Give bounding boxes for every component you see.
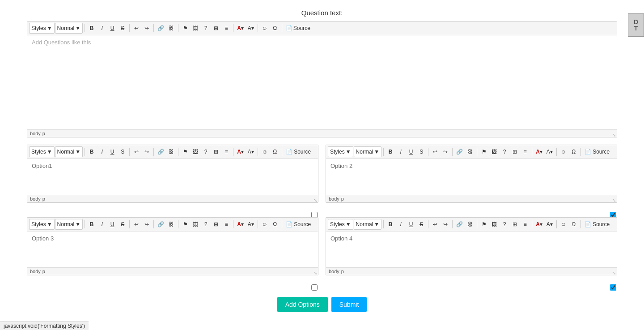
option-4-format[interactable]: Normal▼ [354,219,382,230]
opt3-link[interactable]: 🔗 [156,219,166,229]
opt4-link[interactable]: 🔗 [454,219,465,229]
opt4-bold[interactable]: B [386,219,395,229]
opt1-strike[interactable]: S [118,147,127,157]
opt2-italic[interactable]: I [396,147,406,157]
opt2-textcolor[interactable]: A▾ [534,147,544,157]
opt4-unlink[interactable]: ⛓ [465,219,475,229]
opt1-italic[interactable]: I [97,147,107,157]
option-1-styles[interactable]: Styles▼ [29,146,55,157]
opt2-table[interactable]: ⊞ [510,147,520,157]
opt1-unlink[interactable]: ⛓ [166,147,176,157]
opt1-resize[interactable]: ⤡ [314,198,318,202]
option-2-format[interactable]: Normal▼ [354,146,382,157]
strikethrough-button[interactable]: S [118,23,127,33]
opt2-source[interactable]: 📄 Source [583,147,611,157]
opt2-flag[interactable]: ⚑ [479,147,489,157]
opt2-omega[interactable]: Ω [569,147,579,157]
option-4-body[interactable]: Option 4 [326,231,617,267]
opt4-textcolor[interactable]: A▾ [534,219,544,229]
italic-button[interactable]: I [97,23,107,33]
undo-button[interactable]: ↩ [131,23,141,33]
opt3-image[interactable]: 🖼 [191,219,200,229]
option-4-styles[interactable]: Styles▼ [328,219,353,230]
source-button[interactable]: 📄 Source [284,23,312,33]
opt1-source[interactable]: 📄 Source [284,147,313,157]
option-1-body[interactable]: Option1 [27,159,318,195]
opt3-underline[interactable]: U [107,219,117,229]
opt4-source[interactable]: 📄 Source [583,219,611,229]
submit-button[interactable]: Submit [331,297,367,312]
opt4-italic[interactable]: I [396,219,406,229]
option-1-format[interactable]: Normal▼ [55,146,83,157]
opt2-bold[interactable]: B [386,147,395,157]
opt1-underline[interactable]: U [107,147,117,157]
opt4-redo[interactable]: ↪ [441,219,450,229]
opt2-help[interactable]: ? [500,147,509,157]
opt3-help[interactable]: ? [201,219,211,229]
opt1-table[interactable]: ⊞ [211,147,221,157]
opt4-underline[interactable]: U [406,219,416,229]
opt1-link[interactable]: 🔗 [156,147,166,157]
text-color-button[interactable]: A▾ [235,23,246,33]
opt3-flag[interactable]: ⚑ [180,219,190,229]
align-button[interactable]: ≡ [221,23,231,33]
unlink-button[interactable]: ⛓ [166,23,176,33]
option-3-body[interactable]: Option 3 [27,231,318,267]
help-button[interactable]: ? [201,23,211,33]
omega-button[interactable]: Ω [270,23,280,33]
option-3-format[interactable]: Normal▼ [55,219,83,230]
opt4-undo[interactable]: ↩ [430,219,440,229]
opt3-omega[interactable]: Ω [270,219,280,229]
option-2-body[interactable]: Option 2 [326,159,617,195]
opt3-bold[interactable]: B [87,219,97,229]
table-button[interactable]: ⊞ [211,23,221,33]
opt4-image[interactable]: 🖼 [489,219,499,229]
opt3-unlink[interactable]: ⛓ [166,219,176,229]
opt3-emoji[interactable]: ☺ [260,219,270,229]
opt2-link[interactable]: 🔗 [454,147,465,157]
opt3-table[interactable]: ⊞ [211,219,221,229]
opt3-strike[interactable]: S [118,219,127,229]
opt1-omega[interactable]: Ω [270,147,280,157]
opt4-flag[interactable]: ⚑ [479,219,489,229]
option-3-styles[interactable]: Styles▼ [29,219,55,230]
styles-dropdown[interactable]: Styles ▼ [29,23,55,34]
opt2-fontcolor[interactable]: A▾ [545,147,555,157]
opt3-undo[interactable]: ↩ [131,219,141,229]
opt3-italic[interactable]: I [97,219,107,229]
opt2-redo[interactable]: ↪ [441,147,450,157]
flag-button[interactable]: ⚑ [180,23,190,33]
opt4-fontcolor[interactable]: A▾ [545,219,555,229]
redo-button[interactable]: ↪ [142,23,152,33]
opt1-fontcolor[interactable]: A▾ [246,147,256,157]
opt4-help[interactable]: ? [500,219,509,229]
opt4-align[interactable]: ≡ [520,219,530,229]
opt4-omega[interactable]: Ω [569,219,579,229]
underline-button[interactable]: U [107,23,117,33]
opt4-resize[interactable]: ⤡ [612,270,617,275]
opt2-resize[interactable]: ⤡ [612,198,617,202]
question-editor-body[interactable]: Add Questions like this [27,35,617,129]
opt1-redo[interactable]: ↪ [142,147,152,157]
font-color-button[interactable]: A▾ [246,23,256,33]
opt4-strike[interactable]: S [416,219,426,229]
opt1-bold[interactable]: B [87,147,97,157]
opt1-emoji[interactable]: ☺ [260,147,270,157]
emoji-button[interactable]: ☺ [260,23,270,33]
opt1-align[interactable]: ≡ [221,147,231,157]
opt1-flag[interactable]: ⚑ [180,147,190,157]
opt1-image[interactable]: 🖼 [191,147,200,157]
opt2-emoji[interactable]: ☺ [559,147,568,157]
opt2-strike[interactable]: S [416,147,426,157]
opt1-help[interactable]: ? [201,147,211,157]
option-4-checkbox[interactable] [610,284,616,291]
option-3-checkbox[interactable] [311,284,318,291]
opt2-unlink[interactable]: ⛓ [465,147,475,157]
format-dropdown[interactable]: Normal ▼ [55,23,83,34]
opt2-underline[interactable]: U [406,147,416,157]
opt2-image[interactable]: 🖼 [489,147,499,157]
opt2-undo[interactable]: ↩ [430,147,440,157]
opt3-resize[interactable]: ⤡ [314,270,318,275]
resize-handle[interactable]: ⤡ [612,133,617,137]
add-options-button[interactable]: Add Options [277,297,328,312]
